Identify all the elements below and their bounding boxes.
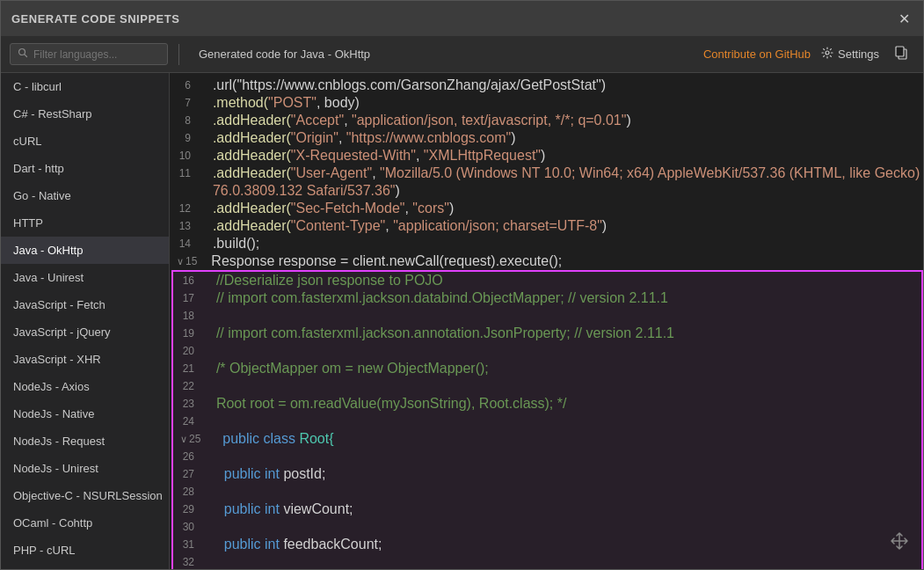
- title-bar-title: GENERATE CODE SNIPPETS: [11, 12, 179, 26]
- code-area[interactable]: 6 .url("https://www.cnblogs.com/GarsonZh…: [170, 73, 923, 569]
- line-content: public int feedbackCount;: [208, 536, 399, 553]
- code-line: 10 .addHeader("X-Requested-With", "XMLHt…: [170, 147, 923, 164]
- line-number: 6: [170, 77, 205, 94]
- line-content: public int viewCount;: [208, 501, 371, 518]
- sidebar-item-javascript-xhr[interactable]: JavaScript - XHR: [1, 346, 169, 373]
- code-line: 19 // import com.fasterxml.jackson.annot…: [173, 325, 921, 342]
- title-bar: GENERATE CODE SNIPPETS ✕: [1, 1, 923, 36]
- close-button[interactable]: ✕: [895, 10, 913, 27]
- sidebar-item-javascript-fetch[interactable]: JavaScript - Fetch: [1, 291, 169, 318]
- code-line: 24: [173, 413, 921, 430]
- line-number: 28: [173, 483, 208, 501]
- svg-point-2: [826, 51, 829, 55]
- settings-label: Settings: [838, 48, 879, 61]
- line-number: 13: [170, 217, 205, 235]
- line-content: .addHeader("Sec-Fetch-Mode", "cors"): [205, 200, 471, 217]
- line-content: public class Root{: [215, 430, 351, 448]
- line-number: 17: [173, 289, 208, 307]
- sidebar-item-curl[interactable]: cURL: [1, 128, 169, 155]
- move-icon[interactable]: [890, 531, 909, 555]
- sidebar-item-nodejs-native[interactable]: NodeJs - Native: [1, 400, 169, 428]
- code-line: 26: [173, 448, 921, 465]
- line-number: 11: [170, 164, 205, 182]
- sidebar-item-java-okhttp[interactable]: Java - OkHttp: [1, 237, 169, 264]
- line-content: .url("https://www.cnblogs.com/GarsonZhan…: [205, 77, 623, 94]
- line-content: .addHeader("X-Requested-With", "XMLHttpR…: [205, 147, 563, 164]
- code-line: 8 .addHeader("Accept", "application/json…: [170, 112, 923, 129]
- code-line: 32: [173, 553, 921, 569]
- code-line: 18: [173, 307, 921, 325]
- line-number: ∨25: [173, 430, 215, 448]
- line-content: /* ObjectMapper om = new ObjectMapper();: [208, 360, 506, 377]
- main-content: C - libcurlC# - RestSharpcURLDart - http…: [1, 73, 923, 569]
- line-content: .addHeader("Accept", "application/json, …: [205, 112, 649, 129]
- code-line: 28: [173, 483, 921, 501]
- line-content: .method("POST", body): [205, 94, 377, 112]
- line-number: 14: [170, 235, 205, 252]
- code-line: 9 .addHeader("Origin", "https://www.cnbl…: [170, 129, 923, 147]
- line-number: ∨15: [170, 252, 211, 270]
- line-number: 16: [173, 272, 208, 289]
- line-content: .build();: [205, 235, 277, 252]
- line-content: Root root = om.readValue(myJsonString), …: [208, 395, 584, 413]
- sidebar-item-go-native[interactable]: Go - Native: [1, 182, 169, 209]
- toolbar-right: Contribute on GitHub Settings: [703, 44, 914, 64]
- sidebar-item-javascript-jquery[interactable]: JavaScript - jQuery: [1, 318, 169, 346]
- search-input[interactable]: [33, 48, 148, 61]
- line-number: 20: [173, 342, 208, 360]
- sidebar-item-csharp-restsharp[interactable]: C# - RestSharp: [1, 100, 169, 128]
- code-line: 76.0.3809.132 Safari/537.36"): [170, 182, 923, 200]
- code-line: 23 Root root = om.readValue(myJsonString…: [173, 395, 921, 413]
- gear-icon: [821, 47, 833, 62]
- sidebar-item-objc-nsurlsession[interactable]: Objective-C - NSURLSession: [1, 482, 169, 509]
- code-line: 16 //Deserialize json response to POJO: [173, 272, 921, 289]
- line-number: 12: [170, 200, 205, 217]
- svg-line-1: [25, 55, 27, 57]
- sidebar-item-dart-http[interactable]: Dart - http: [1, 155, 169, 182]
- code-line: 14 .build();: [170, 235, 923, 252]
- line-number: 19: [173, 325, 208, 342]
- line-content: // import com.fasterxml.jackson.databind…: [208, 289, 686, 307]
- code-line: 7 .method("POST", body): [170, 94, 923, 112]
- generated-label: Generated code for Java - OkHttp: [190, 48, 696, 61]
- sidebar-item-nodejs-unirest[interactable]: NodeJs - Unirest: [1, 455, 169, 482]
- line-number: 9: [170, 129, 205, 147]
- code-line: 27 public int postId;: [173, 465, 921, 483]
- sidebar-item-http[interactable]: HTTP: [1, 209, 169, 237]
- line-number: 26: [173, 448, 208, 465]
- code-line: 30: [173, 518, 921, 536]
- line-content: //Deserialize json response to POJO: [208, 272, 461, 289]
- contribute-link[interactable]: Contribute on GitHub: [703, 48, 811, 61]
- code-line: 29 public int viewCount;: [173, 501, 921, 518]
- sidebar: C - libcurlC# - RestSharpcURLDart - http…: [1, 73, 170, 569]
- line-content: .addHeader("Content-Type", "application/…: [205, 217, 624, 235]
- sidebar-item-nodejs-request[interactable]: NodeJs - Request: [1, 428, 169, 455]
- line-number: 27: [173, 465, 208, 483]
- line-number: 18: [173, 307, 208, 325]
- line-content: .addHeader("Origin", "https://www.cnblog…: [205, 129, 534, 147]
- search-icon: [18, 48, 28, 61]
- search-box[interactable]: [10, 43, 168, 65]
- line-content: .addHeader("User-Agent", "Mozilla/5.0 (W…: [205, 164, 923, 182]
- toolbar: Generated code for Java - OkHttp Contrib…: [1, 36, 923, 73]
- line-number: 29: [173, 501, 208, 518]
- copy-button[interactable]: [890, 44, 914, 64]
- code-line: 17 // import com.fasterxml.jackson.datab…: [173, 289, 921, 307]
- sidebar-item-c-libcurl[interactable]: C - libcurl: [1, 73, 169, 100]
- line-content: // import com.fasterxml.jackson.annotati…: [208, 325, 692, 342]
- line-number: 23: [173, 395, 208, 413]
- code-line: ∨25 public class Root{: [173, 430, 921, 448]
- sidebar-item-nodejs-axios[interactable]: NodeJs - Axios: [1, 373, 169, 400]
- line-number: 8: [170, 112, 205, 129]
- sidebar-item-ocaml-cohttp[interactable]: OCaml - Cohttp: [1, 509, 169, 537]
- code-line: 22: [173, 377, 921, 395]
- code-line: ∨15Response response = client.newCall(re…: [170, 252, 923, 270]
- code-lines-container: 6 .url("https://www.cnblogs.com/GarsonZh…: [170, 73, 923, 569]
- line-content: 76.0.3809.132 Safari/537.36"): [205, 182, 418, 200]
- line-number: 30: [173, 518, 208, 536]
- line-number: 21: [173, 360, 208, 377]
- sidebar-item-php-curl[interactable]: PHP - cURL: [1, 537, 169, 564]
- code-line: 20: [173, 342, 921, 360]
- settings-button[interactable]: Settings: [821, 47, 879, 62]
- sidebar-item-java-unirest[interactable]: Java - Unirest: [1, 264, 169, 291]
